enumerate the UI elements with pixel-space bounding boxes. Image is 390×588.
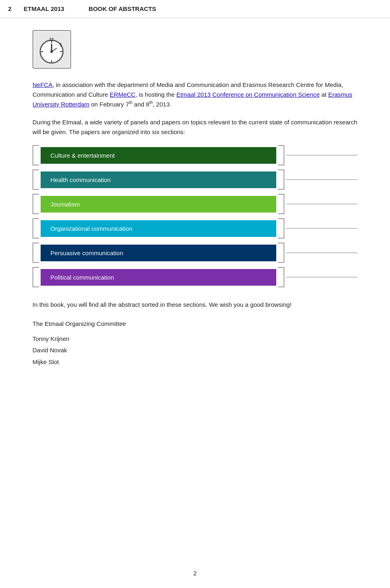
intro-text2: , is hosting the xyxy=(135,91,176,98)
section-health[interactable]: Health communication xyxy=(41,171,276,188)
right-line-organizational xyxy=(286,228,358,229)
organizer-text: The Etmaal Organizing Committee xyxy=(32,318,358,329)
header-page-number: 2 xyxy=(8,5,11,12)
nefca-link[interactable]: NeFCA xyxy=(32,81,52,88)
right-bracket-journalism xyxy=(278,194,284,214)
right-line-political xyxy=(286,277,358,278)
header-subtitle: BOOK OF ABSTRACTS xyxy=(89,5,156,12)
names-list: Tonny Krijnen David Novak Mijke Slot xyxy=(32,333,358,368)
intro-text4: on February 7th and 8th, 2013. xyxy=(89,101,171,108)
right-line-culture xyxy=(286,155,358,156)
body-paragraph: During the Etmaal, a wide variety of pan… xyxy=(32,117,358,137)
svg-text:12: 12 xyxy=(49,37,54,42)
section-row-journalism: Journalism xyxy=(32,194,358,214)
header: 2 ETMAAL 2013 BOOK OF ABSTRACTS xyxy=(0,0,390,18)
right-line-health xyxy=(286,179,358,180)
section-row-persuasive: Persuasive communication xyxy=(32,243,358,263)
section-political[interactable]: Political communication xyxy=(41,269,276,286)
left-bracket-culture xyxy=(32,145,39,165)
section-persuasive[interactable]: Persuasive communication xyxy=(41,245,276,261)
section-row-organizational: Organizational communication xyxy=(32,218,358,239)
section-culture[interactable]: Culture & entertainment xyxy=(41,147,276,164)
svg-point-9 xyxy=(50,50,53,53)
name-3: Mijke Slot xyxy=(32,356,358,368)
left-bracket-journalism xyxy=(32,194,39,214)
ermecc-link[interactable]: ERMeCC xyxy=(110,91,135,98)
left-bracket-health xyxy=(32,169,39,190)
closing-text: In this book, you will find all the abst… xyxy=(32,299,358,310)
right-line-journalism xyxy=(286,204,358,204)
section-row-political: Political communication xyxy=(32,267,358,287)
svg-text:1: 1 xyxy=(60,43,62,47)
right-bracket-organizational xyxy=(278,218,284,239)
section-organizational[interactable]: Organizational communication xyxy=(41,220,276,237)
section-row-culture: Culture & entertainment xyxy=(32,145,358,165)
name-1: Tonny Krijnen xyxy=(32,333,358,345)
right-bracket-political xyxy=(278,267,284,287)
sections-list: Culture & entertainment Health communica… xyxy=(32,145,358,287)
left-bracket-organizational xyxy=(32,218,39,239)
left-bracket-political xyxy=(32,267,39,287)
name-2: David Novak xyxy=(32,345,358,356)
header-title: ETMAAL 2013 xyxy=(24,5,64,12)
page: 2 ETMAAL 2013 BOOK OF ABSTRACTS 12 xyxy=(0,0,390,588)
etmaal-link[interactable]: Etmaal 2013 Conference on Communication … xyxy=(176,91,320,98)
section-journalism[interactable]: Journalism xyxy=(41,196,276,213)
right-bracket-culture xyxy=(278,145,284,165)
right-line-persuasive xyxy=(286,252,358,253)
clock-image: 12 1 xyxy=(32,30,71,69)
clock-svg: 12 1 xyxy=(35,32,69,67)
intro-text3: at xyxy=(320,91,328,98)
left-bracket-persuasive xyxy=(32,243,39,263)
section-row-health: Health communication xyxy=(32,169,358,190)
right-bracket-health xyxy=(278,169,284,190)
main-content: 12 1 NeFCA, in association with the depa… xyxy=(0,18,390,384)
right-bracket-persuasive xyxy=(278,243,284,263)
intro-paragraph: NeFCA, in association with the departmen… xyxy=(32,80,358,109)
footer-page-number: 2 xyxy=(193,570,197,577)
